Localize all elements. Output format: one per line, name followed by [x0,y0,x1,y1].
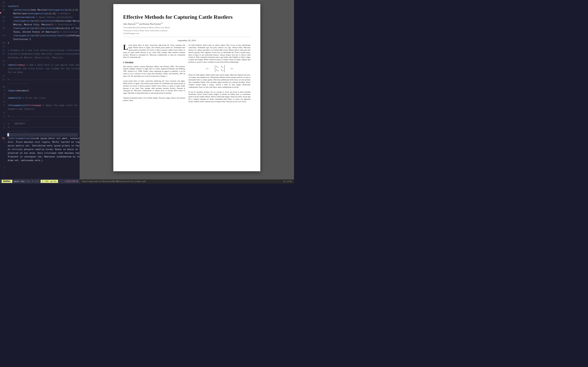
code-line-20b: Texas, United States of America}\\ % Ins… [8,30,78,34]
code-line-21: \textsuperscript{1}\institution{Universi… [8,19,78,23]
pdf-divider [123,37,251,37]
code-line-24: \author{ [8,4,78,8]
pdf-panel: Effective Methods for Capturing Cattle R… [80,0,294,184]
code-line-l1a: elit. Fusce maximus nisi ligula. Morbi l… [8,140,78,144]
code-line-11b: ---------------- [8,82,78,85]
code-line-3b: ---------------- [8,118,78,122]
section-heading: 1 Section [123,60,185,64]
pdf-page-num: [1 (1/3) [283,180,292,183]
pdf-date: September 28, 2019 [123,39,251,42]
author-and: and Bonnie MacFarlane [139,23,161,25]
pdf-two-columns: Lorem ipsum dolor sit amet, consectetur … [123,44,251,103]
code-line-l1d: placerat et nec enim. Duis tristique nib… [8,151,78,155]
code-line-l1: \lettrineabstract{Lorem ipsum dolor sit … [8,137,78,140]
code-line-15: %\author{\newauthor{John Marston} \newin… [8,52,78,56]
editor-mode: NORMAL [2,180,12,183]
word-count: 2,126 words [41,180,58,183]
main-container: 25 24 23 22 21 20 19 18 17 16 15 14 13 [0,0,294,184]
matrix-row-2: A21 A22 [216,69,223,72]
matrix: A11 A12 A21 A22 [215,65,224,72]
code-line-l1b: purus mattis vel. Vestibulum ante ipsum … [8,144,78,148]
section-para-3: Aliquam elementum nulla at arcu finibus … [123,97,185,102]
right-col-abstract: vel nulla hendrerit, ultrices justo ut, … [189,44,251,63]
pdf-col-left: Lorem ipsum dolor sit amet, consectetur … [123,44,185,103]
code-line-l2 [8,162,78,166]
code-line-13: \date{\today} % Add a date here if you w… [8,63,78,67]
braces-label: {c} [35,180,39,183]
pdf-authors: John Marston1,2,3 and Bonnie MacFarlane2… [123,22,251,25]
code-line-3: %---------------------------------------… [8,115,78,118]
pdf-content[interactable]: Effective Methods for Capturing Cattle R… [80,0,294,179]
eq-matrix: A11 A12 A21 A22 [215,65,224,72]
cursor-icon: ‹ [62,180,64,183]
right-col-p2: Donec nec nibh sagittis, finibus mauris … [189,74,251,88]
equals-icon: ≡ [32,180,34,183]
author-sup: 1,2,3 [135,22,139,24]
code-line-22: \newline\newline % Space before institut… [8,16,78,19]
code-line-15b: Autónoma de México, Mexico City, Mexico}… [8,56,78,59]
code-area[interactable]: \author{ \authorstyle{John Marston\texts… [6,0,80,179]
code-line-23b: MacFarlane\textsuperscript{2,3}} % Autho… [8,12,78,16]
git-marker [0,0,1,184]
code-line-6 [8,100,78,104]
code-line-19: \textsuperscript{3}\institution{\texttt{… [8,34,78,38]
code-line-20: \textsuperscript{2}\institution{Universi… [8,26,78,30]
section-para-2: Lorem ipsum dolor sit amet, consectetur … [123,80,185,94]
status-bar: NORMAL main.tex tex ≡ {c} 2,126 words ‹ … [0,179,80,184]
code-line-14 [8,59,78,63]
pdf-page: Effective Methods for Capturing Cattle R… [113,4,260,171]
editor-content[interactable]: 25 24 23 22 21 20 19 18 17 16 15 14 13 [0,0,80,179]
filetype-label: tex [26,180,30,183]
code-line-13c: for no date [8,71,78,74]
code-line-l1c: et ultrices posuere cubilia Curae; Donec… [8,148,78,151]
pdf-col-right: vel nulla hendrerit, ultrices justo ut, … [189,44,251,103]
code-line-l1e: Praesent in consequat leo. Maecenas cond… [8,155,78,159]
code-line-16: % Example of a one line author/instituti… [8,49,78,52]
code-line-1b: ---------------- [8,129,78,133]
author-name: John Marston [123,23,135,25]
code-line-13b: underneath the title block, use \today f… [8,67,78,71]
status-right: ‹ ℓ:55/170:0 [62,180,78,183]
pdf-equation: A = A11 A12 A21 A22 [189,65,251,72]
m11: A11 [216,66,219,68]
cursor-position: ℓ:55/170:0 [65,180,78,183]
code-line-7: \maketitle % Print the title [8,96,78,100]
code-line-l1f: diam vel, malesuada ante.} [8,159,78,162]
code-line-4 [8,111,78,115]
affil-3: LaTeXTemplates.com [124,33,139,34]
m21: A21 [216,69,219,72]
section-para-1: This sentence requires citation (Hawthor… [123,66,185,77]
abstract-body: orem ipsum dolor sit amet, consectetur a… [123,44,185,58]
code-line-18: } [8,41,78,45]
code-line-17 [8,45,78,49]
code-line-5b: headers and footers) [8,107,78,111]
affil-2: University of Texas at Austin, Texas, Un… [124,29,167,31]
m12: A12 [221,66,223,68]
eq-label: A = [206,67,209,70]
code-line-5: \thispagestyle{firstpage} % Apply the pa… [8,104,78,107]
code-line-9: \begin{document} [8,89,78,92]
right-col-p3: In non leo tincidunt, tristique orci eu,… [189,91,251,103]
code-line-12 [8,74,78,78]
filename-label: main.tex [14,180,25,183]
editor-panel: 25 24 23 22 21 20 19 18 17 16 15 14 13 [0,0,80,184]
pdf-title: Effective Methods for Capturing Cattle R… [123,14,251,20]
pdf-affiliations: 1Universidad Nacional Autónoma de México… [123,26,251,35]
code-line-cursor [8,133,78,137]
pdf-bottom-bar: /Users/egorfeklist/Desktop/CMC/ОЖ/Latex/… [80,179,294,184]
pdf-path: /Users/egorfeklist/Desktop/CMC/ОЖ/Latex/… [82,180,283,183]
m22: A22 [221,69,224,72]
code-line-11: %---------------------------------------… [8,78,78,82]
git-dot [0,12,1,13]
matrix-row-1: A11 A12 [216,66,223,68]
author-and-sup: 2,3 [161,22,163,24]
code-line-10 [8,85,78,89]
code-line-25 [8,1,78,4]
code-line-1: %---------------------------------------… [8,125,78,129]
code-line-8 [8,92,78,96]
eq-number: (1) [231,67,233,70]
affil-1: Universidad Nacional Autónoma de México,… [124,26,170,29]
drop-cap: L [123,45,128,50]
abstract-para: Lorem ipsum dolor sit amet, consectetur … [123,44,185,58]
code-line-21b: México, Mexico City, Mexico}\\ % Institu… [8,23,78,26]
